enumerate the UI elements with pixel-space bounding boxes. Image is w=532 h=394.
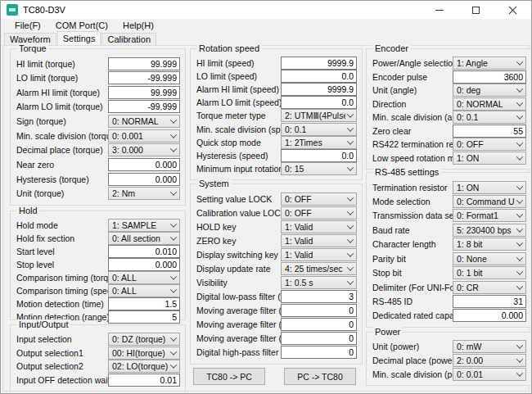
close-button[interactable]: [494, 1, 531, 19]
minimize-icon: [435, 10, 444, 11]
output-selection2-dropdown[interactable]: 02: LO(torque): [108, 360, 180, 373]
sign-torque-dropdown[interactable]: 0: NORMAL: [108, 115, 180, 128]
tab-settings[interactable]: Settings: [57, 31, 101, 45]
lo-limit-speed-input[interactable]: [281, 70, 357, 83]
input-selection-dropdown[interactable]: 0: DZ (torque): [108, 333, 180, 346]
unit-torque-dropdown[interactable]: 2: Nm: [108, 187, 180, 200]
setting-row: Unit (power)0: mW: [372, 340, 526, 354]
delimiter-for-uni-format-dropdown[interactable]: 0: CR: [453, 281, 526, 294]
setting-value-lock-dropdown[interactable]: 0: OFF: [281, 192, 357, 206]
transmission-data-selection-dropdown[interactable]: 0: Format1: [453, 209, 526, 222]
lo-limit-torque-input[interactable]: [108, 71, 180, 84]
moving-average-filter-speed-label: Moving average filter (speed): [196, 319, 281, 329]
hold-key-dropdown[interactable]: 1: Valid: [281, 220, 357, 233]
parity-bit-dropdown[interactable]: 0: None: [453, 252, 526, 265]
calibration-value-lock-dropdown[interactable]: 0: OFF: [281, 206, 357, 220]
moving-average-filter-speed-input[interactable]: [281, 318, 357, 331]
menu-help[interactable]: Help(H): [115, 20, 161, 31]
unit-angle-dropdown[interactable]: 0: deg: [453, 84, 526, 97]
quick-stop-mode-dropdown[interactable]: 1: 2Times: [281, 136, 357, 149]
hysteresis-torque-input[interactable]: [108, 173, 180, 186]
digital-low-pass-filter-torque-input[interactable]: [281, 290, 357, 303]
tab-calibration[interactable]: Calibration: [101, 33, 156, 45]
decimal-place-power-dropdown[interactable]: 2: 0.00: [453, 354, 526, 367]
chevron-down-icon: [516, 59, 523, 66]
min-scale-division-torque-dropdown[interactable]: 0: 0.001: [108, 129, 180, 143]
hysteresis-speed-input[interactable]: [281, 149, 357, 162]
direction-dropdown[interactable]: 0: NORMAL: [453, 97, 526, 111]
minimize-button[interactable]: [421, 1, 458, 19]
baud-rate-dropdown[interactable]: 5: 230400 bps: [453, 224, 526, 237]
alarm-hi-limit-torque-input[interactable]: [108, 86, 180, 99]
comparison-timing-torque-dropdown[interactable]: 0: ALL: [108, 271, 180, 284]
display-switching-key-dropdown[interactable]: 1: Valid: [281, 248, 357, 261]
tc80-to-pc-button[interactable]: TC80 -> PC: [193, 368, 265, 385]
zero-clear-input[interactable]: [453, 125, 526, 138]
dropdown-value: 1: SAMPLE: [112, 220, 169, 230]
hold-mode-dropdown[interactable]: 1: SAMPLE: [108, 219, 180, 232]
visibility-label: Visibility: [196, 278, 281, 288]
power-angle-selection-label: Power/Angle selection: [372, 58, 453, 68]
min-scale-division-angle-label: Min. scale division (angle): [372, 112, 453, 122]
min-scale-division-speed-dropdown[interactable]: 0: 0.1: [281, 123, 357, 136]
rs422-termination-resistor-dropdown[interactable]: 0: OFF: [453, 138, 526, 151]
dropdown-value: 0: NORMAL: [457, 99, 515, 109]
setting-row: Alarm LO limit (speed): [196, 96, 357, 109]
power-angle-selection-dropdown[interactable]: 1: Angle: [453, 57, 526, 70]
alarm-lo-limit-torque-input[interactable]: [108, 100, 180, 113]
dropdown-value: 0: 0.001: [112, 131, 169, 141]
dropdown-value: 0: ALL: [112, 273, 169, 283]
display-update-rate-dropdown[interactable]: 4: 25 times/sec: [281, 262, 357, 275]
dropdown-value: 0: CR: [457, 283, 515, 292]
alarm-hi-limit-speed-input[interactable]: [281, 83, 357, 96]
min-scale-division-angle-dropdown[interactable]: 0: 0.1: [453, 111, 526, 124]
min-scale-division-power-dropdown[interactable]: 0: 0.01: [453, 368, 526, 381]
hi-limit-speed-input[interactable]: [281, 57, 357, 70]
moving-average-filter-angle-input[interactable]: [281, 332, 357, 345]
direction-label: Direction: [372, 99, 453, 109]
dropdown-value: 2: Nm: [112, 188, 169, 198]
stop-bit-dropdown[interactable]: 0: 1 bit: [453, 266, 526, 279]
unit-power-dropdown[interactable]: 0: mW: [453, 340, 526, 353]
decimal-place-torque-dropdown[interactable]: 3: 0.000: [108, 143, 180, 156]
output-selection1-dropdown[interactable]: 00: HI(torque): [108, 346, 180, 360]
alarm-hi-limit-torque-label: Alarm HI limit (torque): [16, 88, 108, 97]
output-selection1-label: Output selection1: [16, 348, 108, 358]
termination-resistor-dropdown[interactable]: 1: ON: [453, 181, 526, 194]
dedicated-rated-capacity-input[interactable]: [453, 309, 526, 322]
moving-average-filter-torque-input[interactable]: [281, 304, 357, 317]
setting-row: Transmission data selection0: Format1: [372, 209, 526, 223]
group-title: System: [196, 179, 232, 188]
near-zero-input[interactable]: [108, 158, 180, 171]
hold-fix-section-dropdown[interactable]: 0: All section: [108, 232, 180, 245]
zero-key-dropdown[interactable]: 1: Valid: [281, 234, 357, 247]
digital-high-pass-filter-torque-input[interactable]: [281, 346, 357, 359]
hi-limit-torque-input[interactable]: [108, 57, 180, 70]
chevron-down-icon: [516, 283, 523, 289]
dropdown-value: 1: 2Times: [285, 138, 345, 147]
mode-selection-dropdown[interactable]: 0: Command UTM/: [453, 195, 526, 208]
menu-file[interactable]: File(F): [7, 20, 48, 31]
maximize-button[interactable]: [458, 1, 494, 19]
motion-detection-range-input[interactable]: [108, 310, 180, 324]
chevron-down-icon: [170, 362, 177, 369]
chevron-down-icon: [170, 335, 177, 342]
minimum-input-rotation-speed-dropdown[interactable]: 0: 15: [281, 162, 357, 175]
character-length-dropdown[interactable]: 1: 8 bit: [453, 238, 526, 251]
menu-com-port[interactable]: COM Port(C): [48, 20, 115, 31]
dropdown-value: 0: OFF: [285, 194, 345, 204]
pc-to-tc80-button[interactable]: PC -> TC80: [284, 368, 356, 385]
encoder-pulse-input[interactable]: [453, 70, 526, 84]
torque-meter-type-dropdown[interactable]: 2: UTMⅢ(4Pulses,: [281, 109, 357, 122]
comparison-timing-speed-dropdown[interactable]: 0: ALL: [108, 284, 180, 297]
setting-row: Parity bit0: None: [372, 251, 526, 265]
stop-level-input[interactable]: [108, 258, 180, 271]
motion-detection-time-input[interactable]: [108, 297, 180, 310]
input-off-detection-wait-time-input[interactable]: [108, 374, 180, 387]
start-level-input[interactable]: [108, 245, 180, 258]
visibility-dropdown[interactable]: 1: 0.5 s: [281, 276, 357, 289]
alarm-lo-limit-speed-input[interactable]: [281, 96, 357, 109]
low-speed-rotation-mode-dropdown[interactable]: 1: ON: [453, 152, 526, 165]
rs-485-id-input[interactable]: [453, 295, 526, 308]
group-hold: Hold Hold mode1: SAMPLEHold fix section0…: [10, 211, 186, 320]
